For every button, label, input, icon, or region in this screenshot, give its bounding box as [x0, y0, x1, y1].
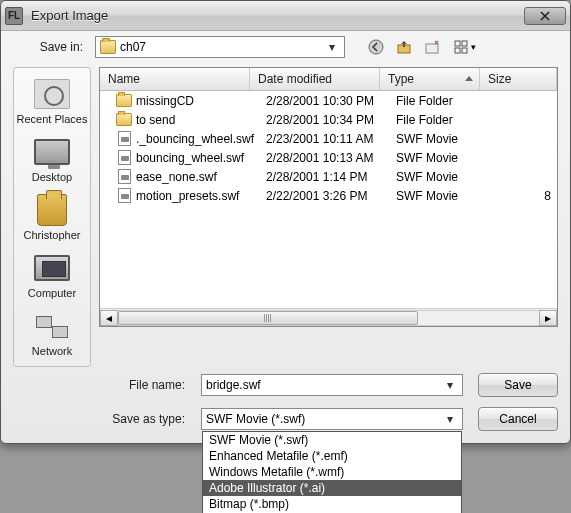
swf-file-icon — [116, 169, 132, 185]
file-size: 8 — [496, 189, 557, 203]
file-row[interactable]: to send2/28/2001 10:34 PMFile Folder — [100, 110, 557, 129]
places-bar: Recent Places Desktop Christopher Comput… — [13, 67, 91, 367]
filename-field[interactable]: bridge.swf ▾ — [201, 374, 463, 396]
place-recent[interactable]: Recent Places — [16, 74, 88, 128]
file-name: motion_presets.swf — [136, 189, 266, 203]
file-date: 2/23/2001 10:11 AM — [266, 132, 396, 146]
user-folder-icon — [37, 194, 67, 226]
file-list: Name Date modified Type Size missingCD2/… — [99, 67, 558, 327]
chevron-down-icon: ▾ — [442, 412, 458, 426]
save-button[interactable]: Save — [478, 373, 558, 397]
file-row[interactable]: ease_none.swf2/28/2001 1:14 PMSWF Movie — [100, 167, 557, 186]
svg-rect-4 — [462, 41, 467, 46]
swf-file-icon — [116, 131, 132, 147]
up-one-level-button[interactable] — [393, 36, 415, 58]
cancel-button[interactable]: Cancel — [478, 407, 558, 431]
column-name[interactable]: Name — [100, 68, 250, 90]
file-date: 2/28/2001 10:13 AM — [266, 151, 396, 165]
file-name: ._bouncing_wheel.swf — [136, 132, 266, 146]
place-label: Network — [32, 345, 72, 357]
export-image-dialog: FL Export Image Save in: ch07 ▾ ▾ — [0, 0, 571, 444]
titlebar[interactable]: FL Export Image — [1, 1, 570, 31]
file-type: SWF Movie — [396, 170, 496, 184]
file-type: SWF Movie — [396, 132, 496, 146]
filename-label: File name: — [13, 378, 189, 392]
file-type-option[interactable]: SWF Movie (*.swf) — [203, 432, 461, 448]
save-in-value: ch07 — [120, 40, 324, 54]
place-label: Computer — [28, 287, 76, 299]
app-icon: FL — [5, 7, 23, 25]
scroll-left-button[interactable]: ◂ — [100, 310, 118, 326]
filename-value: bridge.swf — [206, 378, 442, 392]
svg-rect-5 — [455, 48, 460, 53]
place-computer[interactable]: Computer — [16, 248, 88, 302]
network-icon — [34, 312, 70, 340]
column-headers: Name Date modified Type Size — [100, 68, 557, 91]
new-folder-button[interactable] — [421, 36, 443, 58]
file-date: 2/28/2001 10:30 PM — [266, 94, 396, 108]
file-type: File Folder — [396, 94, 496, 108]
file-name: ease_none.swf — [136, 170, 266, 184]
file-row[interactable]: ._bouncing_wheel.swf2/23/2001 10:11 AMSW… — [100, 129, 557, 148]
svg-rect-6 — [462, 48, 467, 53]
back-button[interactable] — [365, 36, 387, 58]
file-name: to send — [136, 113, 266, 127]
horizontal-scrollbar[interactable]: ◂ ▸ — [100, 308, 557, 326]
view-menu-button[interactable]: ▾ — [449, 36, 479, 58]
place-desktop[interactable]: Desktop — [16, 132, 88, 186]
file-date: 2/28/2001 1:14 PM — [266, 170, 396, 184]
folder-icon — [116, 93, 132, 109]
svg-point-0 — [369, 40, 383, 54]
chevron-down-icon: ▾ — [324, 40, 340, 54]
file-type-option[interactable]: Windows Metafile (*.wmf) — [203, 464, 461, 480]
file-row[interactable]: motion_presets.swf2/22/2001 3:26 PMSWF M… — [100, 186, 557, 205]
swf-file-icon — [116, 150, 132, 166]
close-button[interactable] — [524, 7, 566, 25]
close-icon — [540, 11, 550, 21]
place-user-folder[interactable]: Christopher — [16, 190, 88, 244]
file-date: 2/22/2001 3:26 PM — [266, 189, 396, 203]
save-in-combo[interactable]: ch07 ▾ — [95, 36, 345, 58]
file-date: 2/28/2001 10:34 PM — [266, 113, 396, 127]
place-label: Christopher — [24, 229, 81, 241]
file-type: File Folder — [396, 113, 496, 127]
folder-icon — [116, 112, 132, 128]
folder-up-icon — [396, 39, 412, 55]
recent-places-icon — [34, 79, 70, 109]
desktop-icon — [34, 139, 70, 165]
svg-rect-2 — [426, 44, 438, 53]
file-type: SWF Movie — [396, 189, 496, 203]
chevron-down-icon: ▾ — [471, 42, 476, 52]
svg-rect-3 — [455, 41, 460, 46]
place-network[interactable]: Network — [16, 306, 88, 360]
new-folder-icon — [424, 39, 440, 55]
file-row[interactable]: missingCD2/28/2001 10:30 PMFile Folder — [100, 91, 557, 110]
save-as-type-dropdown-list: SWF Movie (*.swf)Enhanced Metafile (*.em… — [202, 431, 462, 513]
scroll-right-button[interactable]: ▸ — [539, 310, 557, 326]
save-as-type-combo[interactable]: SWF Movie (*.swf) ▾ SWF Movie (*.swf)Enh… — [201, 408, 463, 430]
place-label: Desktop — [32, 171, 72, 183]
column-size[interactable]: Size — [480, 68, 557, 90]
file-name: bouncing_wheel.swf — [136, 151, 266, 165]
column-type[interactable]: Type — [380, 68, 480, 90]
file-type: SWF Movie — [396, 151, 496, 165]
column-date[interactable]: Date modified — [250, 68, 380, 90]
view-icon — [453, 39, 469, 55]
save-in-toolbar: Save in: ch07 ▾ ▾ — [1, 31, 570, 63]
scroll-track[interactable] — [118, 310, 539, 326]
file-type-option[interactable]: Adobe Illustrator (*.ai) — [203, 480, 461, 496]
window-title: Export Image — [31, 8, 524, 23]
save-as-type-value: SWF Movie (*.swf) — [206, 412, 442, 426]
scroll-thumb[interactable] — [118, 311, 418, 325]
file-type-option[interactable]: Bitmap (*.bmp) — [203, 496, 461, 512]
folder-icon — [100, 40, 116, 54]
swf-file-icon — [116, 188, 132, 204]
back-icon — [368, 39, 384, 55]
file-row[interactable]: bouncing_wheel.swf2/28/2001 10:13 AMSWF … — [100, 148, 557, 167]
place-label: Recent Places — [17, 113, 88, 125]
computer-icon — [34, 255, 70, 281]
file-type-option[interactable]: Enhanced Metafile (*.emf) — [203, 448, 461, 464]
save-as-type-label: Save as type: — [13, 412, 189, 426]
chevron-down-icon: ▾ — [442, 378, 458, 392]
file-name: missingCD — [136, 94, 266, 108]
